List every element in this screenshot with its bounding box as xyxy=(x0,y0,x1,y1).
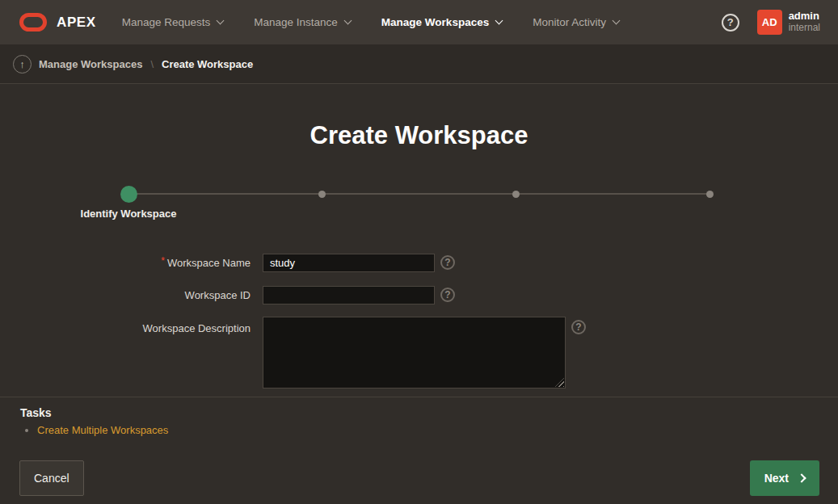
nav-item-manage-requests[interactable]: Manage Requests xyxy=(122,16,224,28)
wizard-progress: Identify Workspace xyxy=(120,185,718,227)
cancel-button[interactable]: Cancel xyxy=(19,460,84,496)
nav-item-manage-workspaces[interactable]: Manage Workspaces xyxy=(381,16,502,28)
breadcrumb: ↑ Manage Workspaces \ Create Workspace xyxy=(0,44,838,84)
tasks-heading: Tasks xyxy=(20,406,52,419)
user-context: internal xyxy=(789,23,820,34)
required-marker: * xyxy=(161,255,165,267)
breadcrumb-parent[interactable]: Manage Workspaces xyxy=(39,58,142,70)
tasks-list: Create Multiple Workspaces xyxy=(24,423,168,438)
workspace-id-label: Workspace ID xyxy=(0,289,251,301)
workspace-name-help-icon[interactable]: ? xyxy=(440,255,455,270)
workspace-id-help-icon[interactable]: ? xyxy=(440,288,455,302)
workspace-description-textarea[interactable] xyxy=(263,317,566,388)
user-avatar[interactable]: AD xyxy=(757,10,782,35)
tasks-divider xyxy=(0,397,838,397)
wizard-step-2-dot xyxy=(318,191,326,198)
chevron-down-icon xyxy=(343,17,352,25)
chevron-down-icon xyxy=(613,17,621,25)
next-button[interactable]: Next xyxy=(750,460,819,496)
oracle-logo-icon xyxy=(19,13,47,32)
chevron-down-icon xyxy=(495,17,503,25)
workspace-description-label: Workspace Description xyxy=(0,322,251,334)
up-arrow-icon[interactable]: ↑ xyxy=(13,55,32,74)
wizard-step-1-dot xyxy=(120,186,137,203)
workspace-description-help-icon[interactable]: ? xyxy=(571,320,586,334)
navbar-menu: Manage Requests Manage Instance Manage W… xyxy=(122,16,619,28)
navbar-right: ? AD admin internal xyxy=(722,10,820,35)
nav-item-monitor-activity[interactable]: Monitor Activity xyxy=(533,16,619,28)
chevron-right-icon xyxy=(797,473,806,482)
workspace-id-input[interactable] xyxy=(263,286,435,304)
workspace-name-label: *Workspace Name xyxy=(0,257,251,269)
breadcrumb-current: Create Workspace xyxy=(162,58,253,70)
wizard-step-4-dot xyxy=(706,191,714,198)
create-multiple-workspaces-link[interactable]: Create Multiple Workspaces xyxy=(37,424,168,436)
wizard-step-label: Identify Workspace xyxy=(81,208,177,220)
top-navbar: APEX Manage Requests Manage Instance Man… xyxy=(0,0,838,44)
wizard-step-3-dot xyxy=(512,191,520,198)
task-item: Create Multiple Workspaces xyxy=(37,423,168,438)
wizard-line xyxy=(128,193,710,195)
user-name: admin xyxy=(789,10,820,23)
user-meta: admin internal xyxy=(789,10,820,34)
create-workspace-page: APEX Manage Requests Manage Instance Man… xyxy=(0,0,838,504)
nav-item-manage-instance[interactable]: Manage Instance xyxy=(254,16,351,28)
breadcrumb-separator: \ xyxy=(150,58,154,70)
help-icon[interactable]: ? xyxy=(722,14,739,32)
workspace-name-input[interactable] xyxy=(263,254,435,272)
page-title: Create Workspace xyxy=(0,121,838,150)
chevron-down-icon xyxy=(217,17,225,25)
brand-apex: APEX xyxy=(57,15,96,31)
